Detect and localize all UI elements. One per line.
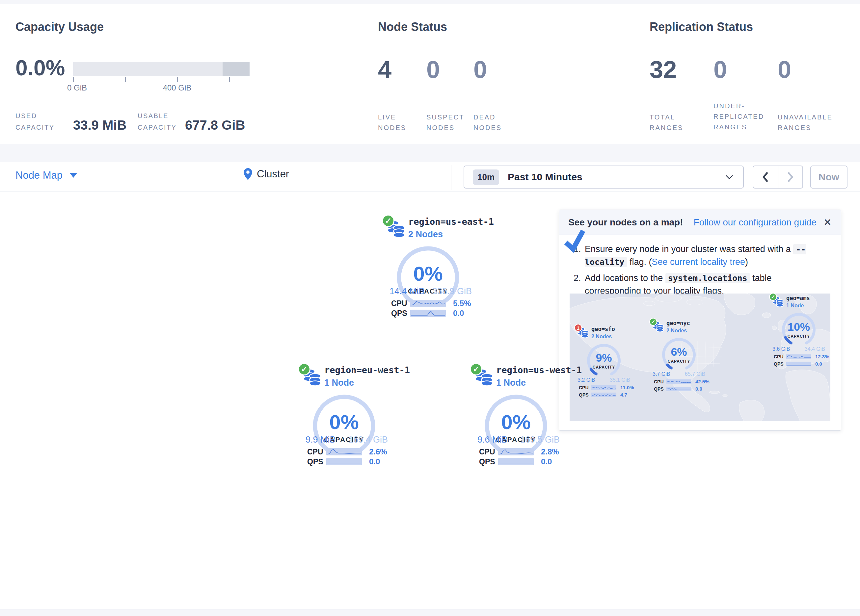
capacity-label: CAPACITY xyxy=(780,334,817,339)
used-capacity: 3.6 GiB xyxy=(772,346,790,352)
capacity-percent: 6% xyxy=(661,346,697,357)
warning-badge-icon: 1 xyxy=(574,324,582,332)
bottom-strip xyxy=(0,609,860,616)
view-toolbar: Node Map Cluster 10m Past 10 Minutes Now xyxy=(0,162,860,192)
region-node-count: 2 Nodes xyxy=(408,229,494,240)
time-range-dropdown[interactable]: 10m Past 10 Minutes xyxy=(464,166,744,188)
system-locations-code: system.locations xyxy=(665,273,750,283)
under-replicated-label: UNDER-REPLICATED RANGES xyxy=(714,101,771,132)
cpu-label: CPU xyxy=(391,299,410,308)
capacity-tick-400: 400 GiB xyxy=(163,83,191,92)
qps-sparkline xyxy=(410,310,446,317)
used-capacity: 3.7 GiB xyxy=(653,371,670,377)
setup-step-1: 1. Ensure every node in your cluster was… xyxy=(574,243,830,268)
step-done-check-icon xyxy=(561,228,589,254)
locality-node-count: 1 Node xyxy=(786,303,810,309)
locality-name: geo=ams xyxy=(786,295,810,301)
qps-label: QPS xyxy=(654,386,666,392)
time-back-button[interactable] xyxy=(753,166,778,188)
usable-capacity: 34.4 GiB xyxy=(805,346,825,352)
usable-capacity: 169.4 GiB xyxy=(348,435,388,445)
qps-value: 4.7 xyxy=(620,392,627,398)
now-button[interactable]: Now xyxy=(810,166,847,188)
usable-capacity: 169.5 GiB xyxy=(520,435,560,445)
capacity-percent: 0% xyxy=(312,412,376,433)
cpu-value: 11.0% xyxy=(620,385,634,390)
cpu-value: 2.8% xyxy=(541,447,559,456)
unavailable-ranges-label: UNAVAILABLE RANGES xyxy=(778,112,840,133)
locality-tree-link[interactable]: See current locality tree xyxy=(651,257,745,267)
cpu-value: 42.5% xyxy=(695,379,709,384)
capacity-usage-title: Capacity Usage xyxy=(16,20,104,34)
region-card-us-west-1[interactable]: ✓ region=us-west-1 1 Node 0% CAPACITY 9.… xyxy=(468,361,567,470)
cpu-label: CPU xyxy=(307,448,326,456)
capacity-percent: 10% xyxy=(780,321,817,332)
live-nodes-count: 4 xyxy=(378,58,391,82)
healthy-check-icon: ✓ xyxy=(382,215,394,227)
cpu-sparkline xyxy=(410,300,446,307)
qps-sparkline xyxy=(498,458,534,465)
dead-nodes-label: DEAD NODES xyxy=(474,112,513,133)
qps-sparkline xyxy=(786,362,811,366)
locality-geo-ams[interactable]: ✓ geo=ams 1 Node xyxy=(769,295,830,367)
time-forward-button[interactable] xyxy=(778,166,803,188)
capacity-label: CAPACITY xyxy=(661,359,697,364)
region-card-us-east-1[interactable]: ✓ region=us-east-1 2 Nodes 0% CAPACITY 1… xyxy=(380,213,479,321)
cluster-summary-band: Capacity Usage 0.0% 0 GiB 400 GiB USED C… xyxy=(0,4,860,144)
capacity-gauge: 9% CAPACITY xyxy=(585,342,622,376)
capacity-tick-0: 0 GiB xyxy=(67,83,87,92)
region-card-eu-west-1[interactable]: ✓ region=eu-west-1 1 Node 0% CAPACITY 9.… xyxy=(296,361,395,470)
region-name: region=us-west-1 xyxy=(496,365,582,375)
qps-value: 0.0 xyxy=(695,386,702,392)
locality-geo-sfo[interactable]: 1 geo=sfo 2 Nodes xyxy=(574,326,637,398)
cpu-sparkline xyxy=(786,354,811,359)
healthy-check-icon: ✓ xyxy=(298,363,311,375)
qps-label: QPS xyxy=(391,309,410,318)
locality-name: geo=sfo xyxy=(591,326,615,332)
qps-label: QPS xyxy=(479,458,498,466)
locality-node-count: 2 Nodes xyxy=(591,334,615,340)
region-name: region=eu-west-1 xyxy=(324,365,410,375)
chevron-down-icon xyxy=(70,173,77,178)
time-window-badge: 10m xyxy=(473,169,499,185)
breadcrumb-label: Cluster xyxy=(257,168,289,180)
cpu-value: 5.5% xyxy=(453,299,471,308)
usable-capacity: 65.7 GiB xyxy=(685,371,705,377)
cpu-label: CPU xyxy=(479,448,498,456)
healthy-check-icon: ✓ xyxy=(470,363,482,375)
cpu-sparkline xyxy=(666,379,691,384)
qps-sparkline xyxy=(591,393,616,397)
used-capacity: 9.9 MiB xyxy=(306,435,336,445)
used-capacity-value: 33.9 MiB xyxy=(73,118,126,133)
qps-value: 0.0 xyxy=(815,361,822,367)
region-node-count: 1 Node xyxy=(324,378,410,388)
suspect-nodes-label: SUSPECT NODES xyxy=(426,112,468,133)
region-node-count: 1 Node xyxy=(496,378,582,388)
qps-value: 0.0 xyxy=(453,309,464,318)
capacity-gauge: 10% CAPACITY xyxy=(780,311,817,345)
used-capacity: 9.6 MiB xyxy=(477,435,508,445)
view-selector-dropdown[interactable]: Node Map xyxy=(16,169,77,181)
usable-capacity-label: USABLE CAPACITY xyxy=(138,110,187,133)
chevron-down-icon xyxy=(725,175,733,179)
cpu-label: CPU xyxy=(774,354,786,359)
cpu-label: CPU xyxy=(654,379,666,384)
toolbar-divider xyxy=(451,165,451,190)
unavailable-ranges-count: 0 xyxy=(778,58,791,82)
capacity-gauge: 6% CAPACITY xyxy=(661,336,697,370)
total-ranges-label: TOTAL RANGES xyxy=(650,112,692,133)
close-icon[interactable]: ✕ xyxy=(824,216,832,228)
capacity-label: CAPACITY xyxy=(585,365,622,370)
breadcrumb[interactable]: Cluster xyxy=(244,168,289,180)
locality-node-count: 2 Nodes xyxy=(666,328,690,334)
under-replicated-count: 0 xyxy=(714,58,727,82)
locality-geo-nyc[interactable]: ✓ geo=nyc 2 Nodes xyxy=(649,320,712,392)
usable-capacity-value: 677.8 GiB xyxy=(185,118,245,133)
configuration-guide-link[interactable]: Follow our configuration guide xyxy=(694,217,817,228)
capacity-percent: 0% xyxy=(484,412,548,433)
suspect-nodes-count: 0 xyxy=(426,58,440,82)
used-capacity: 14.4 MiB xyxy=(389,286,425,296)
capacity-used-percent: 0.0% xyxy=(16,57,65,78)
qps-label: QPS xyxy=(774,361,786,367)
cpu-sparkline xyxy=(591,385,616,390)
